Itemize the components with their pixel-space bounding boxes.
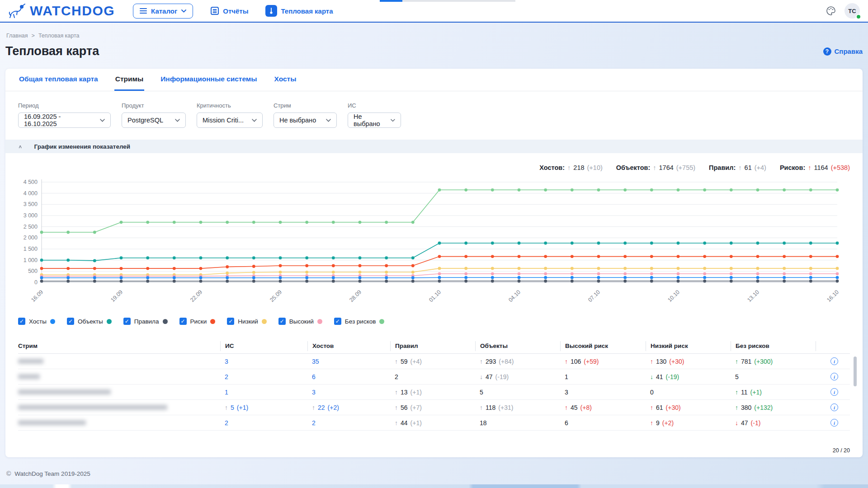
trend-up-icon: ↑ bbox=[565, 358, 568, 365]
tab-hosts[interactable]: Хосты bbox=[274, 75, 297, 91]
legend-checkbox[interactable]: ✓ bbox=[179, 318, 187, 325]
table-cell: ↑5(+1) bbox=[220, 404, 307, 411]
filter-is-label: ИС bbox=[348, 102, 401, 109]
nav-reports-label: Отчёты bbox=[223, 7, 248, 15]
nav-heatmap[interactable]: Тепловая карта bbox=[265, 5, 333, 17]
trend-up-icon: ↑ bbox=[395, 419, 398, 427]
chart-section-header: ∧ График изменения показателей bbox=[5, 140, 863, 153]
brand-wordmark: WATCHDOG bbox=[30, 3, 115, 19]
table-cell: ↑61(+30) bbox=[646, 404, 731, 411]
cell-value: 781 bbox=[741, 358, 751, 365]
help-link[interactable]: ? Справка bbox=[823, 47, 863, 56]
stat-value: 1764 bbox=[659, 164, 674, 171]
cell-link[interactable]: 6 bbox=[312, 373, 316, 380]
table-cell: 5 bbox=[475, 389, 560, 396]
legend-item: ✓Высокий bbox=[278, 318, 322, 325]
table-scrollbar[interactable]: ▼ bbox=[854, 357, 857, 457]
cell-link[interactable]: 35 bbox=[312, 358, 319, 365]
tab-general-heatmap[interactable]: Общая тепловая карта bbox=[18, 75, 99, 91]
legend-checkbox[interactable]: ✓ bbox=[334, 318, 341, 325]
blurred-stream-name bbox=[18, 359, 43, 364]
info-icon[interactable]: i bbox=[830, 419, 838, 427]
cell-link[interactable]: 22 bbox=[318, 404, 325, 411]
trend-up-icon: ↑ bbox=[395, 358, 398, 365]
breadcrumb-home[interactable]: Главная bbox=[6, 33, 28, 39]
breadcrumb: Главная > Тепловая карта bbox=[6, 33, 80, 39]
table-cell: ↑22(+2) bbox=[307, 404, 390, 411]
period-select[interactable]: 16.09.2025 - 16.10.2025 bbox=[18, 113, 111, 128]
cell-link[interactable]: 3 bbox=[225, 358, 228, 365]
stat-delta: (+538) bbox=[831, 164, 850, 171]
svg-text:16.10: 16.10 bbox=[826, 289, 840, 303]
cell-delta: (+7) bbox=[410, 404, 422, 411]
cell-delta: (+1) bbox=[410, 389, 422, 396]
cell-link[interactable]: 3 bbox=[312, 389, 316, 396]
column-header: Хостов bbox=[307, 341, 390, 351]
tab-information-systems[interactable]: Информационные системы bbox=[160, 75, 258, 91]
cell-value: 3 bbox=[565, 389, 568, 396]
cell-delta: (+1) bbox=[750, 389, 762, 396]
table-scrollbar-thumb[interactable] bbox=[854, 357, 857, 386]
legend-checkbox[interactable]: ✓ bbox=[227, 318, 234, 325]
chart-section-title: График изменения показателей bbox=[34, 143, 131, 150]
stream-select[interactable]: Не выбрано bbox=[274, 113, 337, 128]
line-chart-canvas: 05001 0001 5002 0002 5003 0003 5004 0004… bbox=[18, 173, 855, 313]
top-scrollbar-thumb[interactable] bbox=[380, 0, 402, 2]
trend-up-icon: ↑ bbox=[653, 164, 656, 171]
hamburger-icon bbox=[140, 8, 147, 14]
cell-value: 293 bbox=[486, 358, 496, 365]
trend-down-icon: ↓ bbox=[650, 373, 653, 380]
stream-name-cell[interactable] bbox=[18, 359, 220, 364]
period-select-value: 16.09.2025 - 16.10.2025 bbox=[24, 113, 95, 127]
table-cell: ↑130(+30) bbox=[646, 358, 731, 365]
stream-name-cell[interactable] bbox=[18, 389, 220, 394]
info-icon[interactable]: i bbox=[830, 388, 838, 396]
table-cell: ↑59(+4) bbox=[390, 358, 475, 365]
cell-link[interactable]: 1 bbox=[225, 389, 228, 396]
info-icon[interactable]: i bbox=[830, 404, 838, 411]
cell-value: 18 bbox=[480, 419, 487, 427]
copyright-icon: © bbox=[6, 470, 11, 477]
cell-link[interactable]: 2 bbox=[225, 373, 228, 380]
catalog-button[interactable]: Каталог bbox=[133, 4, 193, 19]
product-select[interactable]: PostgreSQL bbox=[122, 113, 186, 128]
legend-checkbox[interactable]: ✓ bbox=[123, 318, 131, 325]
cell-delta: (+31) bbox=[498, 404, 513, 411]
criticality-select[interactable]: Mission Criti... bbox=[197, 113, 263, 128]
stream-name-cell[interactable] bbox=[18, 405, 220, 410]
footer: © WatchDog Team 2019-2025 bbox=[6, 470, 90, 477]
stat-label: Объектов: bbox=[616, 164, 650, 171]
nav-reports[interactable]: Отчёты bbox=[210, 6, 248, 15]
stream-name-cell[interactable] bbox=[18, 420, 220, 425]
table-cell: ↑13(+1) bbox=[390, 389, 475, 396]
stream-name-cell[interactable] bbox=[18, 374, 220, 379]
online-status-dot bbox=[856, 14, 861, 19]
watchdog-logo[interactable]: WATCHDOG bbox=[8, 3, 115, 19]
trend-up-icon: ↑ bbox=[480, 404, 483, 411]
is-select[interactable]: Не выбрано bbox=[348, 113, 401, 128]
user-avatar[interactable]: TC bbox=[844, 3, 860, 19]
chevron-down-icon bbox=[391, 119, 395, 122]
cell-link[interactable]: 5 bbox=[231, 404, 234, 411]
cell-value: 56 bbox=[401, 404, 408, 411]
table-cell: 3 bbox=[560, 389, 646, 396]
collapse-chevron-icon[interactable]: ∧ bbox=[18, 144, 23, 149]
table-cell: 3 bbox=[307, 389, 390, 396]
info-cell: i bbox=[816, 419, 850, 427]
table-cell: ↓41(-19) bbox=[646, 373, 731, 380]
cell-link[interactable]: 2 bbox=[225, 419, 228, 427]
legend-label: Высокий bbox=[289, 318, 314, 325]
info-icon[interactable]: i bbox=[830, 373, 838, 380]
legend-checkbox[interactable]: ✓ bbox=[278, 318, 286, 325]
legend-checkbox[interactable]: ✓ bbox=[67, 318, 74, 325]
filter-stream-label: Стрим bbox=[274, 102, 337, 109]
filters-row: Период 16.09.2025 - 16.10.2025 Продукт P… bbox=[5, 91, 863, 128]
cell-link[interactable]: 2 bbox=[312, 419, 316, 427]
legend-checkbox[interactable]: ✓ bbox=[18, 318, 25, 325]
theme-palette-icon[interactable] bbox=[826, 5, 836, 16]
top-scrollbar[interactable] bbox=[380, 0, 515, 2]
info-icon[interactable]: i bbox=[830, 357, 838, 365]
tab-streams[interactable]: Стримы bbox=[114, 75, 144, 91]
table-row: ↑5(+1)↑22(+2)↑56(+7)↑118(+31)↑45(+8)↑61(… bbox=[18, 400, 850, 415]
column-header: Стрим bbox=[18, 341, 220, 351]
